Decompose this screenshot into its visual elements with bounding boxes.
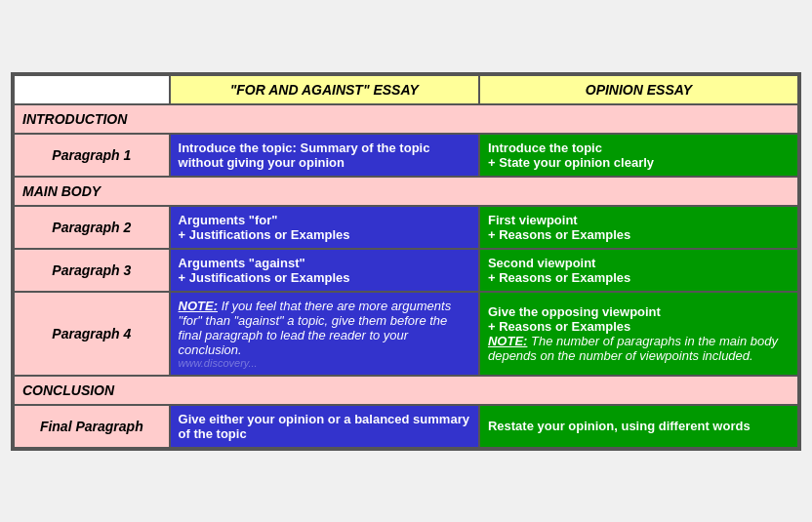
- table-row: Paragraph 2Arguments "for"+ Justificatio…: [14, 206, 798, 249]
- paragraph-label: Paragraph 2: [14, 206, 170, 249]
- table-row: Paragraph 1Introduce the topic: Summary …: [14, 134, 798, 177]
- paragraph-label: Paragraph 3: [14, 249, 170, 292]
- table-row: Final ParagraphGive either your opinion …: [14, 405, 798, 448]
- opinion-content: Second viewpoint+ Reasons or Examples: [479, 249, 798, 292]
- for-against-special-content: NOTE: If you feel that there are more ar…: [170, 292, 479, 376]
- table-row: Paragraph 3Arguments "against"+ Justific…: [14, 249, 798, 292]
- for-against-content: Give either your opinion or a balanced s…: [170, 405, 479, 448]
- for-against-content: Arguments "for"+ Justifications or Examp…: [170, 206, 479, 249]
- section-label: INTRODUCTION: [14, 104, 798, 134]
- header-for-against: "FOR AND AGAINST" ESSAY: [170, 75, 479, 104]
- paragraph-label: Paragraph 4: [14, 292, 170, 376]
- for-against-content: Arguments "against"+ Justifications or E…: [170, 249, 479, 292]
- header-opinion: OPINION ESSAY: [479, 75, 798, 104]
- opinion-content: First viewpoint+ Reasons or Examples: [479, 206, 798, 249]
- for-against-content: Introduce the topic: Summary of the topi…: [170, 134, 479, 177]
- table-header-row: "FOR AND AGAINST" ESSAY OPINION ESSAY: [14, 75, 798, 104]
- section-header-row: MAIN BODY: [14, 177, 798, 206]
- section-label: MAIN BODY: [14, 177, 798, 206]
- opinion-content: Introduce the topic+ State your opinion …: [479, 134, 798, 177]
- section-header-row: INTRODUCTION: [14, 104, 798, 134]
- section-header-row: CONCLUSION: [14, 376, 798, 405]
- paragraph-label: Final Paragraph: [14, 405, 170, 448]
- section-label: CONCLUSION: [14, 376, 798, 405]
- comparison-table: "FOR AND AGAINST" ESSAY OPINION ESSAY IN…: [11, 72, 801, 451]
- header-empty: [14, 75, 170, 104]
- opinion-special-content: Give the opposing viewpoint+ Reasons or …: [479, 292, 798, 376]
- opinion-content: Restate your opinion, using different wo…: [479, 405, 798, 448]
- paragraph-label: Paragraph 1: [14, 134, 170, 177]
- table-row-special: Paragraph 4NOTE: If you feel that there …: [14, 292, 798, 376]
